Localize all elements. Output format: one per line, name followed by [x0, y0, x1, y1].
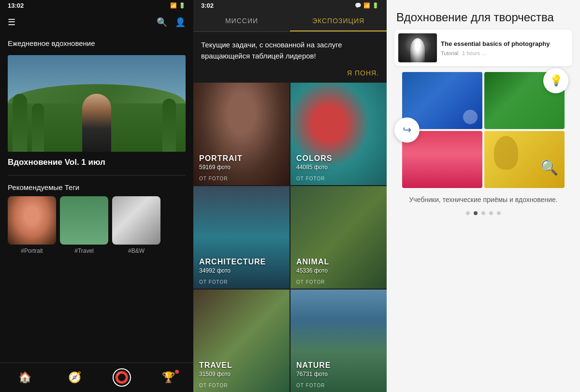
hero-tree-1 — [13, 94, 27, 152]
hamburger-button[interactable]: ☰ — [8, 17, 15, 28]
travel-count: 31509 фото — [199, 371, 284, 377]
dot-2[interactable] — [474, 211, 478, 215]
middle-panel: 3:02 💬 📶 🔋 МИССИИ ЭКСПОЗИЦИЯ Текущие зад… — [193, 0, 387, 392]
divider-1 — [8, 175, 186, 175]
colors-count: 44085 фото — [296, 164, 381, 171]
hero-tree-3 — [162, 99, 176, 152]
animal-title: ANIMAL — [296, 258, 381, 266]
tabs-row: МИССИИ ЭКСПОЗИЦИЯ — [193, 11, 387, 32]
nature-label: NATURE 76731 фото — [296, 361, 381, 377]
daily-title: Ежедневное вдохновение — [8, 39, 186, 47]
magnify-icon: 🔍 — [540, 159, 569, 188]
nav-explore[interactable]: 🧭 — [63, 368, 87, 387]
portrait-title: PORTRAIT — [199, 154, 284, 163]
dot-3[interactable] — [481, 211, 485, 215]
portrait-from: ОТ FOTOR — [199, 176, 228, 181]
tutorial-meta: Tutorial 1 hours ... — [441, 50, 565, 56]
lightbulb-icon[interactable]: 💡 — [543, 68, 568, 93]
travel-title: TRAVEL — [199, 361, 284, 370]
photos-grid: ↪ 💡 🔍 — [402, 72, 565, 188]
travel-from: ОТ FOTOR — [199, 383, 228, 388]
tutorial-title: The essential basics of photography — [441, 40, 565, 48]
colors-title: COLORS — [296, 154, 381, 163]
category-portrait[interactable]: PORTRAIT 59169 фото ОТ FOTOR — [193, 83, 290, 185]
nav-home[interactable]: 🏠 — [13, 368, 37, 387]
category-colors[interactable]: COLORS 44085 фото ОТ FOTOR — [290, 83, 387, 185]
arch-title: ARCHITECTURE — [199, 258, 284, 266]
portrait-label: PORTRAIT 59169 фото — [199, 154, 284, 171]
right-panel: Вдохновение для творчества The essential… — [387, 0, 580, 392]
nav-trophy[interactable]: 🏆 — [157, 368, 181, 387]
status-icons-middle: 💬 📶 🔋 — [355, 2, 379, 9]
nav-trophy-badge — [175, 370, 179, 374]
colors-label: COLORS 44085 фото — [296, 154, 381, 171]
travel-label: TRAVEL 31509 фото — [199, 361, 284, 377]
dot-1[interactable] — [466, 211, 470, 215]
hero-person — [82, 94, 111, 152]
photos-grid-container: ↪ 💡 🔍 — [394, 72, 572, 188]
mission-text: Текущие задачи, с основанной на заслуге … — [193, 32, 387, 69]
tag-label-portrait: #Portrait — [21, 247, 43, 254]
tags-row: #Portrait #Travel #B&W — [8, 196, 186, 254]
portrait-count: 59169 фото — [199, 164, 284, 171]
tutorial-thumb-figure — [410, 38, 425, 62]
hero-title: Вдохновение Vol. 1 июл — [0, 152, 193, 171]
tab-exposition[interactable]: ЭКСПОЗИЦИЯ — [290, 11, 387, 31]
category-nature[interactable]: NATURE 76731 фото ОТ FOTOR — [290, 290, 387, 392]
tutorial-info: The essential basics of photography Tuto… — [437, 40, 568, 56]
right-subtitle: Учебники, технические приёмы и вдохновен… — [387, 188, 580, 207]
category-travel[interactable]: TRAVEL 31509 фото ОТ FOTOR — [193, 290, 290, 392]
share-button[interactable]: ↪ — [394, 117, 420, 143]
colors-from: ОТ FOTOR — [296, 176, 325, 181]
profile-button[interactable]: 👤 — [175, 17, 186, 28]
time-left: 13:02 — [8, 2, 24, 9]
nav-camera[interactable]: ⭕ — [113, 368, 131, 387]
status-bar-middle: 3:02 💬 📶 🔋 — [193, 0, 387, 11]
status-bar-left: 13:02 📶 🔋 — [0, 0, 193, 11]
tutorial-thumbnail — [398, 33, 437, 62]
tab-missions[interactable]: МИССИИ — [193, 11, 290, 31]
animal-from: ОТ FOTOR — [296, 279, 325, 285]
tutorial-time: 1 hours ... — [462, 50, 486, 56]
dot-5[interactable] — [497, 211, 501, 215]
bw-thumb-bg — [112, 196, 160, 245]
arch-label: ARCHITECTURE 34992 фото — [199, 258, 284, 274]
arch-from: ОТ FOTOR — [199, 279, 228, 285]
nature-from: ОТ FOTOR — [296, 383, 325, 388]
pineapple-shape — [494, 136, 518, 170]
hero-image[interactable] — [8, 55, 186, 152]
animal-label: ANIMAL 45336 фото — [296, 258, 381, 274]
dot-4[interactable] — [489, 211, 493, 215]
time-middle: 3:02 — [201, 2, 214, 9]
daily-section: Ежедневное вдохновение — [0, 33, 193, 55]
bottom-nav: 🏠 🧭 ⭕ 🏆 — [0, 363, 193, 392]
tag-portrait[interactable]: #Portrait — [8, 196, 56, 254]
hero-tree-2 — [32, 103, 44, 152]
tag-label-travel: #Travel — [74, 247, 94, 254]
categories-grid: PORTRAIT 59169 фото ОТ FOTOR COLORS 4408… — [193, 83, 387, 392]
animal-count: 45336 фото — [296, 267, 381, 274]
category-architecture[interactable]: ARCHITECTURE 34992 фото ОТ FOTOR — [193, 186, 290, 289]
tag-thumb-portrait — [8, 196, 56, 245]
tag-bw[interactable]: #B&W — [112, 196, 160, 254]
tags-section: Рекомендуемые Теги #Portrait #Travel #B&… — [0, 179, 193, 258]
portrait-thumb-bg — [8, 196, 56, 245]
search-button[interactable]: 🔍 — [157, 17, 167, 28]
i-get-it-button[interactable]: Я ПОНЯ. — [193, 69, 387, 83]
tag-travel[interactable]: #Travel — [60, 196, 108, 254]
category-animal[interactable]: ANIMAL 45336 фото ОТ FOTOR — [290, 186, 387, 289]
tutorial-badge: Tutorial — [441, 50, 458, 56]
dots-row — [387, 207, 580, 219]
tags-title: Рекомендуемые Теги — [8, 183, 186, 191]
arch-count: 34992 фото — [199, 267, 284, 274]
tag-thumb-travel — [60, 196, 108, 245]
left-header: ☰ 🔍 👤 — [0, 11, 193, 33]
tutorial-card[interactable]: The essential basics of photography Tuto… — [394, 29, 572, 66]
right-header: Вдохновение для творчества — [387, 0, 580, 29]
nature-title: NATURE — [296, 361, 381, 370]
status-icons-left: 📶 🔋 — [170, 2, 186, 9]
right-title: Вдохновение для творчества — [396, 10, 570, 25]
left-panel: 13:02 📶 🔋 ☰ 🔍 👤 Ежедневное вдохновение В… — [0, 0, 193, 392]
wheelchair-hint — [463, 110, 478, 124]
tag-label-bw: #B&W — [128, 247, 145, 254]
